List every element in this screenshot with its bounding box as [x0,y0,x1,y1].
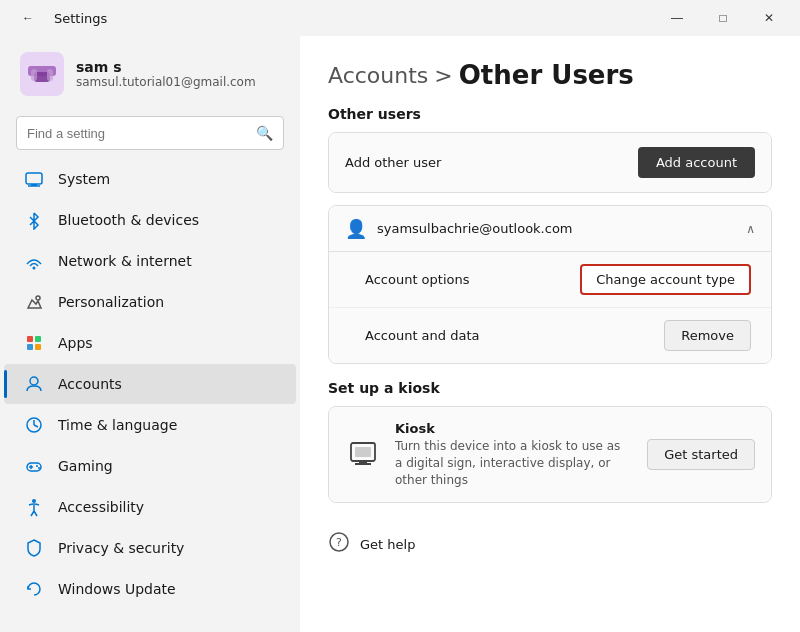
svg-point-8 [36,296,40,300]
update-icon [24,579,44,599]
sidebar-item-personalization[interactable]: Personalization [4,282,296,322]
sidebar-item-gaming[interactable]: Gaming [4,446,296,486]
sidebar-item-system-label: System [58,171,110,187]
app-title: Settings [54,11,107,26]
account-card: 👤 syamsulbachrie@outlook.com ∧ Account o… [328,205,772,364]
sidebar-item-time[interactable]: Time & language [4,405,296,445]
sidebar-item-network[interactable]: Network & internet [4,241,296,281]
sidebar-item-system[interactable]: System [4,159,296,199]
breadcrumb-parent: Accounts [328,63,428,88]
sidebar-item-bluetooth[interactable]: Bluetooth & devices [4,200,296,240]
account-options-row: Account options Change account type [329,252,771,307]
sidebar-item-bluetooth-label: Bluetooth & devices [58,212,199,228]
sidebar-item-privacy[interactable]: Privacy & security [4,528,296,568]
avatar [20,52,64,96]
svg-point-7 [33,267,36,270]
kiosk-icon [345,437,381,473]
kiosk-desc: Turn this device into a kiosk to use as … [395,438,621,488]
breadcrumb-current: Other Users [459,60,634,90]
sidebar-item-accounts[interactable]: Accounts [4,364,296,404]
svg-rect-10 [35,336,41,342]
sidebar-item-apps[interactable]: Apps [4,323,296,363]
bluetooth-icon [24,210,44,230]
back-icon: ← [22,11,34,25]
user-name: sam s [76,59,256,75]
search-box[interactable]: 🔍 [16,116,284,150]
personalization-icon [24,292,44,312]
search-icon: 🔍 [256,125,273,141]
title-bar: ← Settings — □ ✕ [0,0,800,36]
other-users-section-title: Other users [328,106,772,122]
user-profile: sam s samsul.tutorial01@gmail.com [0,36,300,112]
sidebar-item-privacy-label: Privacy & security [58,540,184,556]
account-options-label: Account options [365,272,470,287]
svg-rect-11 [27,344,33,350]
sidebar-item-accessibility-label: Accessibility [58,499,144,515]
window-controls: — □ ✕ [654,2,792,34]
svg-rect-2 [31,69,37,81]
time-icon [24,415,44,435]
svg-point-22 [32,499,36,503]
svg-point-20 [36,465,38,467]
sidebar-item-accounts-label: Accounts [58,376,122,392]
close-button[interactable]: ✕ [746,2,792,34]
get-help-label: Get help [360,537,415,552]
sidebar-item-time-label: Time & language [58,417,177,433]
sidebar-item-apps-label: Apps [58,335,93,351]
sidebar-item-network-label: Network & internet [58,253,192,269]
svg-rect-12 [35,344,41,350]
breadcrumb: Accounts > Other Users [328,60,772,90]
svg-line-16 [34,425,38,427]
kiosk-row: Kiosk Turn this device into a kiosk to u… [329,407,771,502]
add-user-row: Add other user Add account [329,133,771,192]
privacy-icon [24,538,44,558]
add-other-user-label: Add other user [345,155,441,170]
kiosk-card: Kiosk Turn this device into a kiosk to u… [328,406,772,503]
sidebar-item-accessibility[interactable]: Accessibility [4,487,296,527]
kiosk-section-title: Set up a kiosk [328,380,772,396]
sidebar-item-personalization-label: Personalization [58,294,164,310]
svg-rect-3 [47,69,53,81]
system-icon [24,169,44,189]
get-started-button[interactable]: Get started [647,439,755,470]
content-area: Accounts > Other Users Other users Add o… [300,36,800,632]
remove-button[interactable]: Remove [664,320,751,351]
account-row[interactable]: 👤 syamsulbachrie@outlook.com ∧ [329,206,771,251]
get-help-icon: ? [328,531,350,557]
add-account-button[interactable]: Add account [638,147,755,178]
change-account-type-button[interactable]: Change account type [580,264,751,295]
search-input[interactable] [27,126,248,141]
back-button[interactable]: ← [12,2,44,34]
gaming-icon [24,456,44,476]
sidebar-item-gaming-label: Gaming [58,458,113,474]
svg-rect-26 [355,447,371,457]
sidebar-item-windows-update-label: Windows Update [58,581,176,597]
svg-text:?: ? [336,536,342,549]
account-user-icon: 👤 [345,218,367,239]
account-data-row: Account and data Remove [329,307,771,363]
nav-list: System Bluetooth & devices Network & int… [0,158,300,610]
maximize-button[interactable]: □ [700,2,746,34]
chevron-up-icon: ∧ [746,222,755,236]
account-data-label: Account and data [365,328,480,343]
svg-point-21 [38,467,40,469]
svg-rect-4 [26,173,42,184]
kiosk-text: Kiosk Turn this device into a kiosk to u… [395,421,621,488]
network-icon [24,251,44,271]
sidebar-item-windows-update[interactable]: Windows Update [4,569,296,609]
user-email: samsul.tutorial01@gmail.com [76,75,256,89]
sidebar: sam s samsul.tutorial01@gmail.com 🔍 Syst… [0,36,300,632]
accessibility-icon [24,497,44,517]
minimize-button[interactable]: — [654,2,700,34]
accounts-icon [24,374,44,394]
svg-rect-9 [27,336,33,342]
get-help-row[interactable]: ? Get help [328,515,772,557]
svg-point-13 [30,377,38,385]
breadcrumb-separator: > [434,63,452,88]
account-options: Account options Change account type Acco… [329,251,771,363]
apps-icon [24,333,44,353]
account-email: syamsulbachrie@outlook.com [377,221,573,236]
kiosk-title: Kiosk [395,421,621,436]
add-account-card: Add other user Add account [328,132,772,193]
